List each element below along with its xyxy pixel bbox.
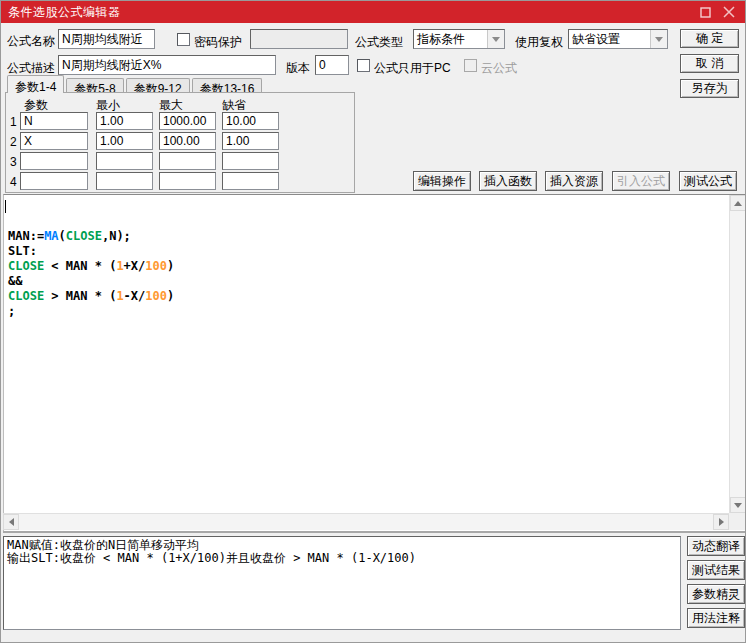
param-cell-input[interactable]: 100.00 (159, 132, 216, 150)
param-cell-input[interactable] (159, 172, 216, 190)
scroll-down-icon[interactable] (730, 497, 746, 513)
toolbar-button-3[interactable]: 插入资源 (545, 171, 603, 191)
version-label: 版本 (286, 60, 310, 77)
editor-vertical-scrollbar[interactable] (729, 195, 745, 513)
param-tabs: 参数1-4参数5-8参数9-12参数13-16 (7, 76, 264, 93)
pc-only-label: 公式只用于PC (374, 60, 451, 77)
password-checkbox[interactable] (177, 33, 190, 46)
param-cell-input[interactable] (96, 152, 153, 170)
param-cell-input[interactable] (222, 172, 279, 190)
maximize-icon (700, 7, 711, 18)
scrollbar-corner (729, 513, 746, 530)
toolbar-button-1[interactable]: 编辑操作 (413, 171, 471, 191)
param-tab-2[interactable]: 参数5-8 (66, 78, 123, 93)
param-wizard-button[interactable]: 参数精灵 (687, 584, 745, 604)
formula-desc-input[interactable]: N周期均线附近X% (58, 55, 276, 75)
titlebar[interactable]: 条件选股公式编辑器 (1, 1, 746, 23)
editor-horizontal-scrollbar[interactable] (3, 513, 729, 530)
param-tab-1[interactable]: 参数1-4 (7, 75, 64, 93)
formula-name-label: 公式名称 (7, 33, 55, 50)
param-cell-input[interactable] (20, 172, 88, 190)
pc-only-checkbox[interactable] (357, 59, 370, 72)
param-cell-input[interactable]: 1.00 (96, 132, 153, 150)
code-line: && (8, 274, 174, 289)
toolbar-button-2[interactable]: 插入函数 (479, 171, 537, 191)
formula-name-input[interactable]: N周期均线附近 (58, 29, 155, 49)
param-row-number: 2 (10, 135, 17, 149)
code-content: MAN:=MA(CLOSE,N);SLT:CLOSE < MAN * (1+X/… (8, 199, 174, 319)
param-row-number: 4 (10, 175, 17, 189)
param-cell-input[interactable] (96, 172, 153, 190)
dynamic-translate-button[interactable]: 动态翻译 (687, 536, 745, 556)
param-tab-4[interactable]: 参数13-16 (192, 78, 263, 93)
param-cell-input[interactable]: N (20, 112, 88, 130)
code-line: CLOSE > MAN * (1-X/100) (8, 289, 174, 304)
code-line: MAN:=MA(CLOSE,N); (8, 229, 174, 244)
usage-notes-button[interactable]: 用法注释 (687, 608, 745, 628)
translation-output-pane: MAN赋值:收盘价的N日简单移动平均 输出SLT:收盘价 < MAN * (1+… (3, 536, 681, 630)
param-cell-input[interactable] (159, 152, 216, 170)
formula-editor-window: 条件选股公式编辑器 公式名称 N周期均线附近 密码保护 公式类型 指标条件 使用… (0, 0, 746, 643)
cloud-formula-label: 云公式 (481, 60, 517, 77)
maximize-button[interactable] (695, 4, 715, 20)
scroll-left-icon[interactable] (3, 514, 19, 530)
code-line (8, 199, 174, 214)
scroll-up-icon[interactable] (730, 195, 746, 211)
param-row-number: 1 (10, 115, 17, 129)
chevron-down-icon[interactable] (650, 30, 667, 48)
code-line (8, 214, 174, 229)
text-caret (5, 200, 6, 213)
close-button[interactable] (719, 4, 739, 20)
code-line: ; (8, 304, 174, 319)
formula-type-label: 公式类型 (355, 34, 403, 51)
editor-divider (3, 531, 746, 533)
param-row-number: 3 (10, 155, 17, 169)
code-line: SLT: (8, 244, 174, 259)
param-cell-input[interactable]: X (20, 132, 88, 150)
param-cell-input[interactable]: 1000.00 (159, 112, 216, 130)
chevron-down-icon[interactable] (487, 30, 504, 48)
password-input (250, 29, 348, 49)
param-cell-input[interactable] (20, 152, 88, 170)
code-line: CLOSE < MAN * (1+X/100) (8, 259, 174, 274)
formula-type-value: 指标条件 (414, 30, 487, 48)
cloud-formula-checkbox (464, 59, 477, 72)
formula-type-select[interactable]: 指标条件 (413, 29, 505, 49)
output-line2: 输出SLT:收盘价 < MAN * (1+X/100)并且收盘价 > MAN *… (7, 551, 416, 565)
cancel-button[interactable]: 取 消 (680, 54, 739, 73)
test-result-button[interactable]: 测试结果 (687, 560, 745, 580)
toolbar-button-5[interactable]: 测试公式 (679, 171, 737, 191)
output-line1: MAN赋值:收盘价的N日简单移动平均 (7, 538, 199, 552)
fuquan-select[interactable]: 缺省设置 (568, 29, 668, 49)
close-icon (723, 6, 735, 18)
window-title: 条件选股公式编辑器 (8, 4, 121, 21)
param-cell-input[interactable]: 10.00 (222, 112, 279, 130)
save-as-button[interactable]: 另存为 (680, 79, 739, 98)
fuquan-value: 缺省设置 (569, 30, 650, 48)
toolbar-button-4: 引入公式 (612, 171, 670, 191)
ok-button[interactable]: 确 定 (680, 29, 739, 48)
param-cell-input[interactable]: 1.00 (222, 132, 279, 150)
password-label: 密码保护 (194, 34, 242, 51)
scroll-right-icon[interactable] (713, 514, 729, 530)
param-cell-input[interactable]: 1.00 (96, 112, 153, 130)
param-cell-input[interactable] (222, 152, 279, 170)
fuquan-label: 使用复权 (515, 34, 563, 51)
param-panel: 参数最小最大缺省1N1.001000.0010.002X1.00100.001.… (5, 92, 355, 193)
version-input[interactable]: 0 (315, 55, 349, 75)
code-editor[interactable]: MAN:=MA(CLOSE,N);SLT:CLOSE < MAN * (1+X/… (3, 194, 746, 531)
param-tab-3[interactable]: 参数9-12 (126, 78, 190, 93)
